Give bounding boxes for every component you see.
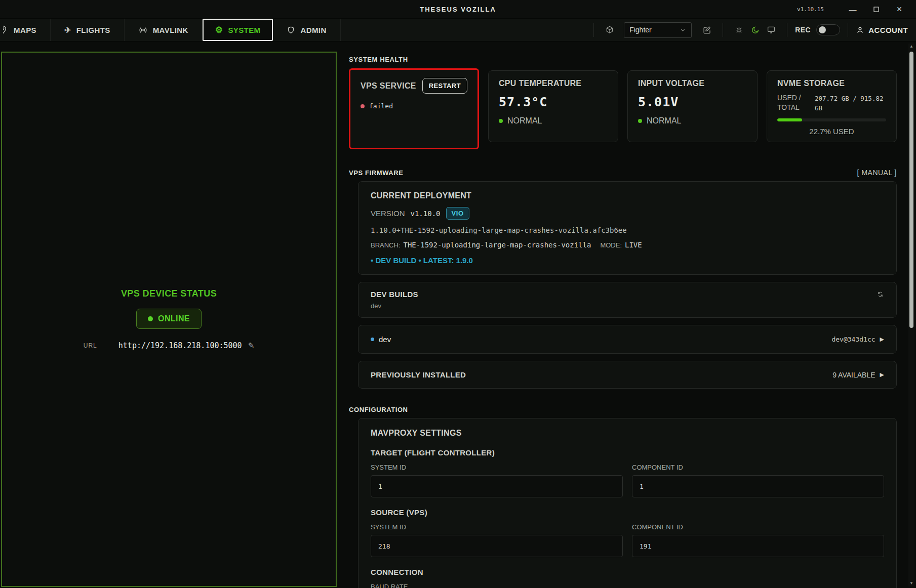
map-pin-icon [3,25,9,34]
device-url-value: http://192.168.218.100:5000 [118,341,242,350]
theme-light-button[interactable] [731,22,747,38]
baud-rate-label: BAUD RATE [371,583,884,588]
vps-service-status: failed [369,102,393,110]
antenna-icon [138,25,148,35]
target-system-id-field: SYSTEM ID [371,464,623,497]
moon-icon [751,26,760,34]
connection-section-title: CONNECTION [371,568,884,576]
version-label: VERSION [371,209,405,218]
edit-url-button[interactable]: ✎ [248,341,255,350]
person-icon [856,26,864,34]
system-page-content: SYSTEM HEALTH VPS SERVICE RESTART failed… [337,41,916,588]
baud-rate-field: BAUD RATE [371,583,884,588]
source-component-id-field: COMPONENT ID [632,523,884,557]
maximize-button[interactable] [864,0,888,18]
tab-system[interactable]: ⚙ SYSTEM [203,19,273,41]
main-nav: MAPS ✈ FLIGHTS MAVLINK ⚙ SYSTEM ADMIN Fi… [0,19,916,41]
previously-installed-row[interactable]: PREVIOUSLY INSTALLED 9 AVAILABLE ▶ [358,361,897,389]
dev-dot-icon [371,338,374,341]
theme-dark-button[interactable] [747,22,763,38]
storage-progress-fill [777,118,802,121]
failed-dot-icon [361,104,365,108]
refresh-builds-button[interactable] [877,290,884,298]
plane-icon: ✈ [64,25,71,35]
chevron-down-icon [680,27,686,33]
tab-mavlink[interactable]: MAVLINK [125,19,203,41]
normal-dot-icon [638,119,642,123]
scrollbar-thumb[interactable] [909,52,913,328]
online-status-badge: ONLINE [136,309,202,329]
online-status-label: ONLINE [158,314,190,323]
system-health-grid: VPS SERVICE RESTART failed CPU TEMPERATU… [349,70,897,151]
theme-system-button[interactable] [763,22,779,38]
scrollbar[interactable]: ▲ ▼ [908,44,914,586]
voltage-card-title: INPUT VOLTAGE [638,79,747,88]
nvme-used-label: USED / TOTAL [777,93,809,113]
edit-vehicle-button[interactable] [699,22,715,38]
expand-previous-icon: ▶ [880,371,884,378]
target-component-id-input[interactable] [632,475,884,497]
titlebar: THESEUS VOZILLA v1.10.15 — × [0,0,916,19]
nvme-percent-label: 22.7% USED [777,127,886,136]
refresh-icon [877,290,884,298]
device-status-title: VPS DEVICE STATUS [121,288,217,299]
tab-label: ADMIN [300,26,326,34]
dev-build-row[interactable]: dev dev@343d1cc ▶ [358,325,897,354]
nvme-used-value: 207.72 GB / 915.82 GB [815,93,886,113]
dev-build-note: • DEV BUILD • LATEST: 1.9.0 [371,256,884,265]
branch-label: BRANCH: [371,241,401,249]
close-button[interactable]: × [888,0,911,18]
nvme-storage-card: NVME STORAGE USED / TOTAL 207.72 GB / 91… [767,70,897,142]
monitor-icon [767,25,776,34]
divider [787,23,787,37]
online-dot-icon [148,316,153,321]
tab-admin[interactable]: ADMIN [273,19,340,41]
expand-dev-build-icon: ▶ [880,336,884,343]
url-label: URL [84,342,97,349]
account-button[interactable]: ACCOUNT [856,26,908,34]
divider [593,23,594,37]
component-id-label: COMPONENT ID [632,464,884,471]
mode-label: MODE: [600,241,622,249]
system-id-label: SYSTEM ID [371,523,623,531]
dev-builds-subtitle: dev [371,302,884,310]
account-label: ACCOUNT [868,26,908,34]
target-system-id-input[interactable] [371,475,623,497]
cpu-temperature-value: 57.3°C [499,95,608,109]
vps-service-card: VPS SERVICE RESTART failed [349,68,479,149]
tab-label: MAPS [14,26,36,34]
vps-firmware-heading: VPS FIRMWARE [349,169,404,177]
mode-value: LIVE [625,241,642,249]
scroll-up-arrow[interactable]: ▲ [908,44,914,50]
input-voltage-value: 5.01V [638,95,747,109]
source-component-id-input[interactable] [632,535,884,557]
vehicle-select[interactable]: Fighter [624,22,692,38]
vps-service-title: VPS SERVICE [361,81,416,91]
tab-flights[interactable]: ✈ FLIGHTS [51,19,125,41]
divider [723,23,723,37]
vehicle-select-value: Fighter [629,26,652,34]
cpu-card-title: CPU TEMPERATURE [499,79,608,88]
tab-maps[interactable]: MAPS [0,19,51,41]
cpu-status-label: NORMAL [507,116,542,125]
edit-icon [702,25,712,35]
dev-builds-title: DEV BUILDS [371,290,418,299]
vps-device-panel: VPS DEVICE STATUS ONLINE URL http://192.… [1,52,337,587]
previously-installed-title: PREVIOUSLY INSTALLED [371,370,466,379]
tab-label: SYSTEM [228,26,260,34]
rec-label: REC [795,26,811,34]
source-section-title: SOURCE (VPS) [371,508,884,517]
storage-progress-bar [777,118,886,121]
dev-build-hash: dev@343d1cc [831,335,875,343]
rec-toggle[interactable] [816,24,840,35]
tab-label: MAVLINK [153,26,188,34]
mavproxy-settings-title: MAVPROXY SETTINGS [371,429,884,438]
scroll-down-arrow[interactable]: ▼ [908,580,914,586]
source-system-id-input[interactable] [371,535,623,557]
target-section-title: TARGET (FLIGHT CONTROLLER) [371,448,884,457]
firmware-manual-mode-toggle[interactable]: [ MANUAL ] [857,169,897,177]
rec-toggle-knob [819,26,826,33]
previously-installed-count: 9 AVAILABLE [832,371,875,379]
restart-button[interactable]: RESTART [422,78,467,94]
minimize-button[interactable]: — [841,0,864,18]
